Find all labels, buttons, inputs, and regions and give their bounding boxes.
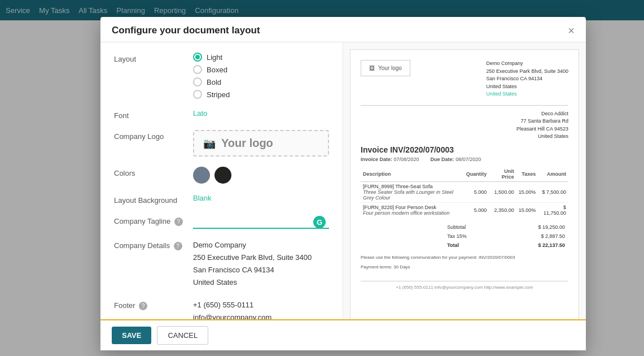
company-details-text: Demo Company 250 Executive Park Blvd, Su… <box>193 239 329 289</box>
company-logo-label: Company Logo <box>114 130 193 141</box>
configure-layout-modal: Configure your document layout × Layout … <box>100 17 586 350</box>
preview-billing-addr: Deco Addict 77 Santa Barbara Rd Pleasant… <box>516 110 568 141</box>
preview-document: 🖼 Your logo Demo Company 250 Executive P… <box>350 49 579 319</box>
save-button[interactable]: SAVE <box>112 327 151 344</box>
tax-row: Tax 15% $ 2,887.50 <box>445 232 567 240</box>
tagline-help-icon[interactable]: ? <box>174 218 183 226</box>
details-help-icon[interactable]: ? <box>174 242 182 250</box>
logo-upload-area[interactable]: 📷 Your logo <box>193 130 329 157</box>
layout-background-label: Layout Background <box>114 194 193 205</box>
font-field: Font Lato <box>114 109 329 120</box>
preview-table-head: Description Quantity Unit Price Taxes Am… <box>361 167 568 182</box>
layout-option-bold[interactable]: Bold <box>193 77 329 86</box>
table-row: [FURN_8999] Three-Seat Sofa Three Seater… <box>361 181 568 202</box>
preview-invoice-title: Invoice INV/2020/07/0003 <box>361 145 568 154</box>
right-panel: 🖼 Your logo Demo Company 250 Executive P… <box>343 42 586 319</box>
layout-label: Layout <box>114 53 193 63</box>
row2-description: [FURN_8220] Four Person Desk Four person… <box>361 202 464 218</box>
due-date-label: Due Date: 08/07/2020 <box>431 157 481 162</box>
colors-content <box>193 167 329 184</box>
font-value[interactable]: Lato <box>193 109 207 118</box>
preview-header: 🖼 Your logo Demo Company 250 Executive P… <box>361 60 568 98</box>
preview-billing: Deco Addict 77 Santa Barbara Rd Pleasant… <box>361 110 568 141</box>
company-tagline-field: Company Tagline ? G <box>114 215 329 229</box>
font-label: Font <box>114 109 193 120</box>
modal-title: Configure your document layout <box>112 25 260 36</box>
modal-header: Configure your document layout × <box>100 17 586 42</box>
layout-radio-group: Light Boxed Bold Striped <box>193 53 329 99</box>
layout-option-striped[interactable]: Striped <box>193 90 329 99</box>
radio-boxed[interactable] <box>193 65 202 74</box>
invoice-date-label: Invoice Date: 07/08/2020 <box>361 157 419 162</box>
tagline-input[interactable] <box>193 215 329 229</box>
radio-bold-label: Bold <box>207 78 221 86</box>
preview-logo-icon: 🖼 <box>369 65 375 71</box>
footer-help-icon[interactable]: ? <box>139 302 147 310</box>
footer-label: Footer ? <box>114 299 193 310</box>
logo-placeholder-text: Your logo <box>221 137 273 150</box>
table-row: [FURN_8220] Four Person Desk Four person… <box>361 202 568 218</box>
layout-background-field: Layout Background Blank <box>114 194 329 205</box>
company-details-content: Demo Company 250 Executive Park Blvd, Su… <box>193 239 329 289</box>
colors-label: Colors <box>114 167 193 177</box>
company-tagline-label: Company Tagline ? <box>114 215 193 226</box>
left-panel: Layout Light Boxed Bold <box>100 42 343 319</box>
subtotal-row: Subtotal $ 19,250.00 <box>445 223 567 231</box>
preview-logo-text: Your logo <box>378 65 402 71</box>
company-logo-field: Company Logo 📷 Your logo <box>114 130 329 157</box>
preview-company-city: San Francisco CA 94134 <box>486 75 568 83</box>
footer-text: +1 (650) 555-0111 info@yourcompany.com h… <box>193 299 329 319</box>
preview-footer-bar: +1 (650) 555-0111 info@yourcompany.com h… <box>361 281 568 290</box>
company-logo-content: 📷 Your logo <box>193 130 329 157</box>
cancel-button[interactable]: CANCEL <box>157 326 208 345</box>
radio-striped[interactable] <box>193 90 202 99</box>
preview-company-info: Demo Company 250 Executive Park Blvd, Su… <box>486 60 568 98</box>
radio-light-label: Light <box>207 53 222 62</box>
radio-boxed-label: Boxed <box>207 66 227 74</box>
layout-option-boxed[interactable]: Boxed <box>193 65 329 74</box>
tagline-wrap: G <box>193 215 329 229</box>
col-amount: Amount <box>538 167 568 182</box>
layout-option-light[interactable]: Light <box>193 53 329 62</box>
radio-striped-label: Striped <box>207 90 230 99</box>
preview-table-body: [FURN_8999] Three-Seat Sofa Three Seater… <box>361 181 568 218</box>
total-row: Total $ 22,137.50 <box>445 241 567 249</box>
preview-dates: Invoice Date: 07/08/2020 Due Date: 08/07… <box>361 157 568 162</box>
close-button[interactable]: × <box>568 25 575 36</box>
preview-subtable: Subtotal $ 19,250.00 Tax 15% $ 2,887.50 … <box>444 222 568 250</box>
radio-bold[interactable] <box>193 77 202 86</box>
tagline-content: G <box>193 215 329 229</box>
preview-company-name: Demo Company <box>486 60 568 68</box>
ai-icon[interactable]: G <box>313 216 326 228</box>
footer-content: +1 (650) 555-0111 info@yourcompany.com h… <box>193 299 329 319</box>
preview-logo-box: 🖼 Your logo <box>361 60 410 76</box>
row1-description: [FURN_8999] Three-Seat Sofa Three Seater… <box>361 181 464 202</box>
modal-body: Layout Light Boxed Bold <box>100 42 586 319</box>
preview-company-country: United States <box>486 83 568 91</box>
colors-field: Colors <box>114 167 329 184</box>
layout-field: Layout Light Boxed Bold <box>114 53 329 99</box>
layout-background-content: Blank <box>193 194 329 202</box>
preview-company-address: 250 Executive Park Blvd, Suite 3400 <box>486 68 568 76</box>
color-swatches <box>193 167 329 184</box>
col-taxes: Taxes <box>516 167 538 182</box>
preview-company-link: United States <box>486 90 568 98</box>
preview-payment-note: Please use the following communication f… <box>361 255 568 260</box>
font-content: Lato <box>193 109 329 118</box>
company-details-label: Company Details ? <box>114 239 193 250</box>
radio-light[interactable] <box>193 53 202 62</box>
preview-divider-1 <box>361 105 568 106</box>
col-description: Description <box>361 167 464 182</box>
footer-field: Footer ? +1 (650) 555-0111 info@yourcomp… <box>114 299 329 319</box>
color-swatch-1[interactable] <box>193 167 210 184</box>
company-details-field: Company Details ? Demo Company 250 Execu… <box>114 239 329 289</box>
color-swatch-2[interactable] <box>214 167 231 184</box>
preview-payment-terms: Payment terms: 30 Days <box>361 264 568 270</box>
camera-icon: 📷 <box>203 137 216 150</box>
col-quantity: Quantity <box>464 167 489 182</box>
blank-link[interactable]: Blank <box>193 194 212 202</box>
preview-table: Description Quantity Unit Price Taxes Am… <box>361 167 568 218</box>
col-unit-price: Unit Price <box>489 167 516 182</box>
modal-footer: SAVE CANCEL <box>100 319 586 350</box>
